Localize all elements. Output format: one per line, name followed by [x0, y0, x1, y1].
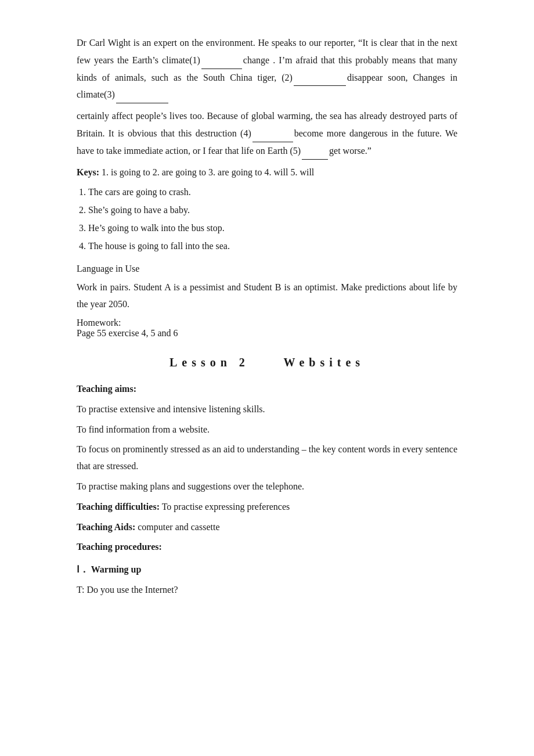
- numbered-list: The cars are going to crash. She’s going…: [77, 184, 457, 254]
- lesson-title: Lesson 2 Websites: [77, 356, 457, 369]
- para-text-6: get worse.”: [329, 146, 371, 156]
- lesson-name: Websites: [283, 356, 365, 369]
- homework-text: Page 55 exercise 4, 5 and 6: [77, 328, 457, 339]
- keys-items: 1. is going to 2. are going to 3. are go…: [102, 167, 314, 177]
- top-paragraph-2: certainly affect people’s lives too. Bec…: [77, 108, 457, 159]
- teaching-aim-2: To find information from a website.: [77, 422, 457, 438]
- blank-2: [294, 69, 346, 87]
- keys-label: Keys:: [77, 167, 99, 177]
- teaching-procedures-heading: Teaching procedures:: [77, 539, 457, 556]
- lesson-number: Lesson 2: [169, 356, 250, 369]
- teaching-procedures-label: Teaching procedures:: [77, 542, 162, 552]
- teaching-difficulties: Teaching difficulties: To practise expre…: [77, 499, 457, 516]
- teaching-difficulties-text: To practise expressing preferences: [162, 502, 290, 512]
- list-item: The house is going to fall into the sea.: [88, 238, 457, 255]
- keys-line: Keys: 1. is going to 2. are going to 3. …: [77, 164, 457, 181]
- blank-4: [252, 125, 293, 142]
- homework-section: Homework: Page 55 exercise 4, 5 and 6: [77, 318, 457, 339]
- language-in-use-heading: Language in Use: [77, 261, 457, 278]
- homework-label: Homework:: [77, 318, 457, 328]
- blank-1: [201, 52, 242, 69]
- teaching-aids: Teaching Aids: computer and cassette: [77, 519, 457, 536]
- teaching-aims-label: Teaching aims:: [77, 384, 136, 394]
- page-container: Dr Carl Wight is an expert on the enviro…: [0, 0, 534, 637]
- teaching-aids-text: computer and cassette: [138, 522, 219, 532]
- teaching-aim-4: To practise making plans and suggestions…: [77, 478, 457, 495]
- teaching-aims-heading: Teaching aims:: [77, 381, 457, 398]
- top-paragraph: Dr Carl Wight is an expert on the enviro…: [77, 35, 457, 103]
- warming-up-heading: Ⅰ． Warming up: [77, 561, 457, 578]
- teaching-difficulties-label: Teaching difficulties:: [77, 502, 160, 512]
- teaching-aim-1: To practise extensive and intensive list…: [77, 401, 457, 418]
- teaching-aim-3: To focus on prominently stressed as an a…: [77, 441, 457, 475]
- blank-3: [116, 86, 168, 103]
- list-item: The cars are going to crash.: [88, 184, 457, 201]
- list-item: He’s going to walk into the bus stop.: [88, 220, 457, 237]
- language-in-use-text: Work in pairs. Student A is a pessimist …: [77, 279, 457, 313]
- teaching-aids-label: Teaching Aids:: [77, 522, 135, 532]
- blank-5: [302, 142, 328, 160]
- list-item: She’s going to have a baby.: [88, 202, 457, 219]
- warming-up-line1: T: Do you use the Internet?: [77, 582, 457, 599]
